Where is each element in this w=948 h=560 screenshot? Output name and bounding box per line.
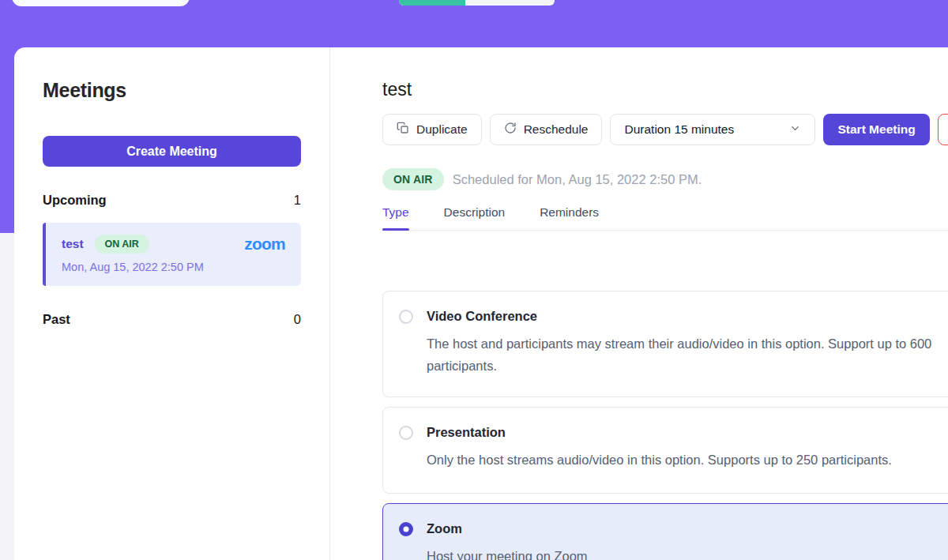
- zoom-logo: zoom: [244, 235, 285, 254]
- meeting-name: test: [62, 237, 84, 251]
- sidebar-title: Meetings: [43, 79, 301, 102]
- upcoming-label: Upcoming: [43, 193, 107, 208]
- meetings-sidebar: Meetings Create Meeting Upcoming 1 test …: [14, 47, 330, 560]
- past-count: 0: [294, 312, 301, 327]
- on-air-status-badge: ON AIR: [382, 168, 444, 190]
- scheduled-text: Scheduled for Mon, Aug 15, 2022 2:50 PM.: [453, 172, 702, 187]
- upcoming-count: 1: [294, 193, 301, 208]
- chevron-down-icon: [789, 122, 801, 137]
- topbar-progress-bar: [399, 0, 555, 6]
- meetings-panel: Meetings Create Meeting Upcoming 1 test …: [14, 47, 948, 560]
- option-title: Zoom: [427, 521, 462, 536]
- past-section-header: Past 0: [43, 312, 301, 327]
- toolbar: Duplicate Reschedule Duration 15 minutes…: [382, 114, 948, 145]
- option-video-conference[interactable]: Video Conference The host and participan…: [382, 291, 948, 397]
- meeting-detail: test Duplicate Reschedule Duration 15 mi…: [330, 47, 948, 560]
- option-description: Only the host streams audio/video in thi…: [427, 449, 948, 471]
- copy-icon: [397, 122, 409, 137]
- option-title: Video Conference: [427, 309, 537, 324]
- meeting-datetime: Mon, Aug 15, 2022 2:50 PM: [62, 261, 285, 273]
- meeting-list-item[interactable]: test ON AIR zoom Mon, Aug 15, 2022 2:50 …: [43, 223, 301, 286]
- option-title: Presentation: [427, 425, 506, 440]
- video-conference-radio[interactable]: [399, 310, 413, 324]
- tab-description[interactable]: Description: [444, 205, 506, 230]
- create-meeting-button[interactable]: Create Meeting: [43, 136, 301, 167]
- refresh-icon: [504, 122, 517, 137]
- duplicate-button[interactable]: Duplicate: [382, 114, 482, 145]
- upcoming-section-header: Upcoming 1: [43, 193, 301, 208]
- reschedule-button[interactable]: Reschedule: [490, 114, 603, 145]
- duration-value: Duration 15 minutes: [624, 122, 734, 137]
- zoom-radio[interactable]: [399, 522, 413, 536]
- duration-select[interactable]: Duration 15 minutes: [610, 114, 815, 145]
- meeting-type-options: Video Conference The host and participan…: [382, 291, 948, 560]
- delete-meeting-button[interactable]: [938, 114, 948, 145]
- option-description: The host and participants may stream the…: [427, 333, 948, 377]
- status-row: ON AIR Scheduled for Mon, Aug 15, 2022 2…: [382, 168, 948, 190]
- start-meeting-button[interactable]: Start Meeting: [823, 114, 929, 145]
- page-title: test: [382, 79, 948, 100]
- tab-bar: Type Description Reminders: [382, 205, 948, 231]
- on-air-badge: ON AIR: [95, 235, 149, 254]
- reschedule-label: Reschedule: [524, 122, 589, 137]
- tab-reminders[interactable]: Reminders: [540, 205, 599, 230]
- tab-type[interactable]: Type: [382, 205, 409, 230]
- duplicate-label: Duplicate: [416, 122, 468, 137]
- presentation-radio[interactable]: [399, 426, 413, 440]
- topbar-progress-fill: [399, 0, 465, 6]
- option-description: Host your meeting on Zoom: [427, 545, 948, 560]
- topbar-search-pill[interactable]: [12, 0, 190, 6]
- option-presentation[interactable]: Presentation Only the host streams audio…: [382, 407, 948, 494]
- option-zoom[interactable]: Zoom Host your meeting on Zoom: [382, 503, 948, 560]
- past-label: Past: [43, 312, 70, 327]
